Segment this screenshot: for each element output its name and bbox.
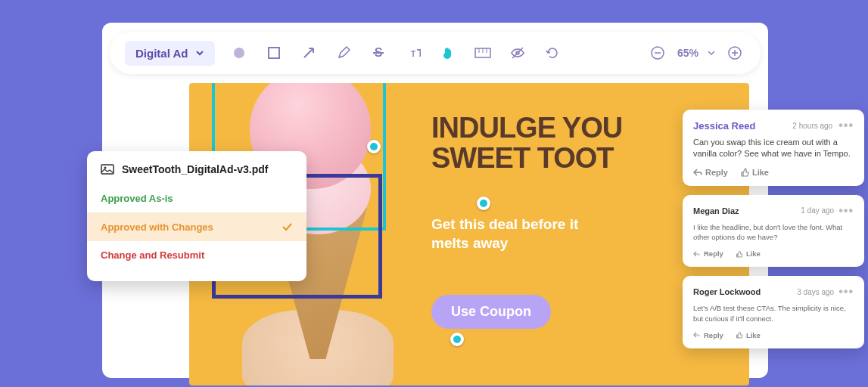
headline-line: SWEET TOOT bbox=[431, 144, 622, 174]
headline-line: INDULGE YOU bbox=[431, 113, 622, 144]
reply-icon bbox=[693, 332, 701, 338]
comment-card[interactable]: Jessica Reed 2 hours ago ••• Can you swa… bbox=[683, 110, 864, 186]
comments-panel: Jessica Reed 2 hours ago ••• Can you swa… bbox=[683, 110, 864, 358]
zoom-out-button[interactable] bbox=[647, 42, 668, 63]
comment-author: Jessica Reed bbox=[693, 120, 755, 132]
reply-icon bbox=[693, 251, 701, 257]
like-button[interactable]: Like bbox=[736, 331, 761, 339]
arrow-tool[interactable] bbox=[298, 42, 319, 63]
reply-button[interactable]: Reply bbox=[693, 168, 728, 177]
ad-headline: INDULGE YOU SWEET TOOT bbox=[431, 113, 622, 174]
approval-panel: SweetTooth_DigitalAd-v3.pdf Approved As-… bbox=[87, 151, 306, 281]
rotate-tool[interactable] bbox=[542, 42, 563, 63]
svg-text:T: T bbox=[411, 50, 415, 58]
filename: SweetTooth_DigitalAd-v3.pdf bbox=[122, 163, 268, 175]
approve-with-changes-option[interactable]: Approved with Changes bbox=[87, 212, 306, 241]
comment-time: 2 hours ago bbox=[792, 122, 832, 130]
image-file-icon bbox=[101, 164, 114, 175]
comment-body: Can you swap this ice cream out with a v… bbox=[693, 137, 854, 160]
reply-button[interactable]: Reply bbox=[693, 249, 723, 258]
check-icon bbox=[281, 221, 293, 233]
zoom-value: 65% bbox=[677, 47, 698, 59]
more-icon[interactable]: ••• bbox=[838, 204, 854, 218]
like-button[interactable]: Like bbox=[736, 249, 761, 258]
reply-icon bbox=[693, 169, 702, 176]
project-dropdown[interactable]: Digital Ad bbox=[125, 41, 215, 66]
more-icon[interactable]: ••• bbox=[838, 285, 854, 299]
option-label: Approved As-is bbox=[101, 193, 173, 204]
comment-time: 1 day ago bbox=[801, 206, 834, 215]
comment-body: Let's A/B test these CTAs. The simplicit… bbox=[693, 303, 854, 324]
more-icon[interactable]: ••• bbox=[838, 119, 854, 132]
chevron-down-icon[interactable] bbox=[708, 49, 715, 57]
zoom-in-button[interactable] bbox=[724, 42, 745, 63]
svg-rect-1 bbox=[269, 48, 279, 58]
strikethrough-tool[interactable]: S bbox=[368, 42, 389, 63]
text-tool[interactable]: TT bbox=[403, 42, 424, 63]
like-icon bbox=[736, 331, 743, 339]
dropdown-label: Digital Ad bbox=[135, 47, 188, 60]
hand-tool[interactable] bbox=[437, 42, 459, 63]
chevron-down-icon bbox=[195, 48, 204, 57]
option-label: Approved with Changes bbox=[101, 221, 213, 233]
cta-button[interactable]: Use Coupon bbox=[431, 295, 551, 329]
approve-as-is-option[interactable]: Approved As-is bbox=[87, 184, 306, 212]
option-label: Change and Resubmit bbox=[101, 249, 204, 261]
svg-point-18 bbox=[104, 167, 107, 169]
comment-body: I like the headline, but don't love the … bbox=[693, 222, 854, 243]
comment-time: 3 days ago bbox=[797, 288, 834, 296]
ad-subhead: Get this deal before it melts away bbox=[431, 215, 578, 252]
subhead-line: melts away bbox=[431, 234, 578, 253]
circle-tool[interactable] bbox=[229, 42, 250, 63]
approval-file-header: SweetTooth_DigitalAd-v3.pdf bbox=[87, 163, 306, 184]
comment-card[interactable]: Roger Lockwood 3 days ago ••• Let's A/B … bbox=[683, 276, 864, 348]
annotation-pin[interactable] bbox=[477, 197, 490, 210]
visibility-tool[interactable] bbox=[507, 42, 528, 63]
annotation-pin[interactable] bbox=[367, 140, 381, 153]
pencil-tool[interactable] bbox=[333, 42, 354, 63]
like-button[interactable]: Like bbox=[740, 168, 769, 177]
rectangle-tool[interactable] bbox=[263, 42, 285, 63]
like-icon bbox=[740, 168, 749, 177]
annotation-pin[interactable] bbox=[450, 333, 464, 346]
zoom-controls: 65% bbox=[647, 42, 745, 63]
toolbar: Digital Ad S TT 65% bbox=[110, 32, 761, 74]
comment-author: Megan Diaz bbox=[693, 206, 739, 215]
change-resubmit-option[interactable]: Change and Resubmit bbox=[87, 241, 306, 269]
svg-rect-17 bbox=[101, 165, 114, 174]
svg-text:T: T bbox=[417, 46, 421, 59]
svg-point-0 bbox=[234, 48, 244, 58]
ruler-tool[interactable] bbox=[472, 42, 493, 63]
comment-author: Roger Lockwood bbox=[693, 287, 761, 296]
subhead-line: Get this deal before it bbox=[431, 215, 578, 234]
comment-card[interactable]: Megan Diaz 1 day ago ••• I like the head… bbox=[683, 195, 864, 268]
like-icon bbox=[736, 250, 743, 258]
reply-button[interactable]: Reply bbox=[693, 331, 723, 339]
